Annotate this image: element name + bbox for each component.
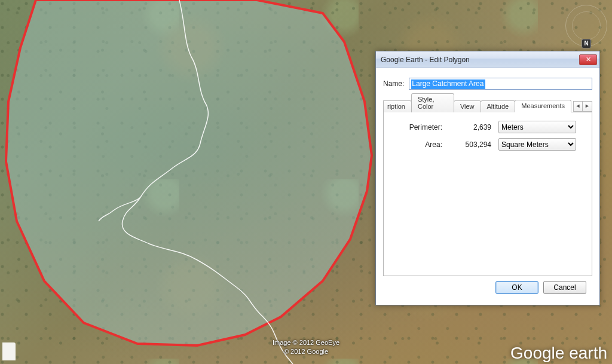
compass-north-label: N (582, 39, 591, 48)
tab-description[interactable]: ription (383, 100, 412, 112)
name-row: Name: (383, 78, 592, 90)
area-value: 503,294 (447, 140, 494, 149)
tab-scroll: ◄ ► (573, 101, 592, 112)
tab-view[interactable]: View (454, 100, 481, 112)
measurements-panel: Perimeter: 2,639 Meters Area: 503,294 Sq… (383, 112, 592, 276)
perimeter-value: 2,639 (447, 123, 494, 131)
area-label: Area: (394, 140, 442, 149)
map-viewport[interactable]: N Image © 2012 GeoEye © 2012 Google Goog… (0, 0, 612, 364)
edit-polygon-dialog: Google Earth - Edit Polygon ✕ Name: ript… (375, 51, 600, 305)
name-input[interactable] (409, 78, 592, 90)
dialog-footer: OK Cancel (383, 276, 592, 300)
tab-scroll-left-button[interactable]: ◄ (573, 101, 583, 112)
dialog-body: Name: ription Style, Color View Altitude… (376, 68, 599, 305)
area-row: Area: 503,294 Square Meters (394, 138, 581, 151)
name-label: Name: (383, 79, 404, 88)
cancel-button[interactable]: Cancel (543, 281, 586, 294)
close-button[interactable]: ✕ (579, 54, 597, 65)
tab-bar: ription Style, Color View Altitude Measu… (383, 98, 592, 112)
dialog-title: Google Earth - Edit Polygon (381, 56, 579, 64)
perimeter-label: Perimeter: (394, 123, 442, 131)
dialog-titlebar[interactable]: Google Earth - Edit Polygon ✕ (376, 51, 599, 68)
area-unit-select[interactable]: Square Meters (498, 138, 576, 151)
google-earth-logo: Google earth (510, 344, 607, 363)
perimeter-unit-select[interactable]: Meters (498, 121, 576, 133)
logo-brand: Google (510, 344, 564, 362)
ok-button[interactable]: OK (495, 281, 538, 294)
perimeter-row: Perimeter: 2,639 Meters (394, 121, 581, 133)
tab-style-color[interactable]: Style, Color (411, 93, 454, 112)
compass-widget[interactable]: N (565, 5, 607, 47)
logo-product: earth (564, 344, 607, 362)
tab-scroll-right-button[interactable]: ► (583, 101, 592, 112)
tab-altitude[interactable]: Altitude (481, 100, 516, 112)
tab-measurements[interactable]: Measurements (515, 100, 571, 112)
imagery-attribution: Image © 2012 GeoEye © 2012 Google (273, 338, 339, 356)
scale-widget (2, 342, 16, 360)
